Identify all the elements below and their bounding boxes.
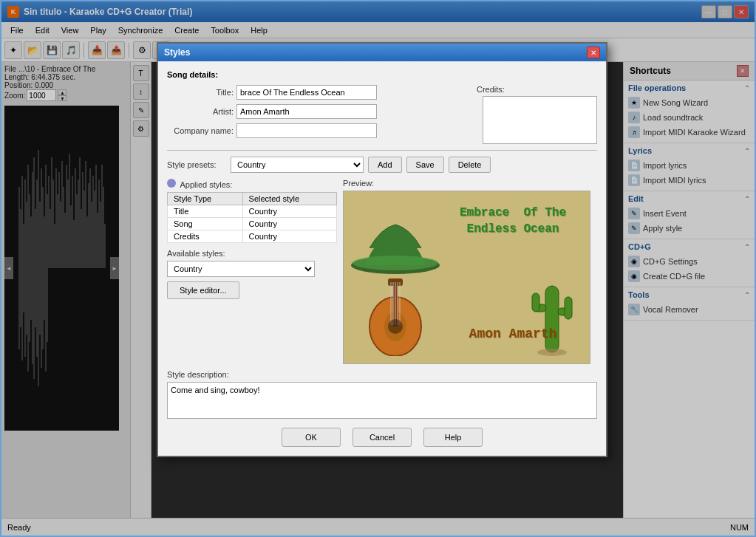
company-row: Company name: xyxy=(167,123,471,138)
table-row[interactable]: Credits Country xyxy=(168,230,337,243)
preview-title-text: Embrace Of TheEndless Ocean xyxy=(440,205,586,238)
artist-row: Artist: xyxy=(167,104,471,119)
save-preset-button[interactable]: Save xyxy=(406,157,444,173)
style-desc-text: Come and sing, cowboy! xyxy=(171,386,259,394)
credits-section: Credits: xyxy=(477,85,597,144)
cancel-button[interactable]: Cancel xyxy=(353,428,412,447)
styles-preview-row: Applied styles: Style Type Selected styl… xyxy=(167,179,597,364)
style-description-section: Style description: Come and sing, cowboy… xyxy=(167,370,597,419)
company-label: Company name: xyxy=(167,126,234,135)
style-type-song: Song xyxy=(168,218,243,230)
style-value-song: Country xyxy=(242,218,336,230)
styles-dialog: Styles ✕ Song details: Title: xyxy=(157,42,607,457)
title-row: Title: xyxy=(167,85,471,100)
title-label: Title: xyxy=(167,88,234,97)
svg-point-91 xyxy=(388,319,403,334)
svg-point-97 xyxy=(537,349,567,356)
applied-styles-table: Style Type Selected style Title Country xyxy=(167,192,337,243)
artist-label: Artist: xyxy=(167,107,234,116)
modal-title: Styles xyxy=(164,47,190,58)
style-type-title: Title xyxy=(168,205,243,218)
style-presets-select[interactable]: Country Pop Rock xyxy=(231,157,364,173)
table-row[interactable]: Song Country xyxy=(168,218,337,230)
style-presets-row: Style presets: Country Pop Rock Add Save… xyxy=(167,157,597,173)
song-details-label: Song details: xyxy=(167,70,597,79)
artist-input[interactable] xyxy=(236,104,377,119)
style-desc-label: Style description: xyxy=(167,370,597,379)
available-label: Available styles: xyxy=(167,249,337,258)
svg-rect-94 xyxy=(532,293,539,312)
company-input[interactable] xyxy=(236,123,377,138)
credits-label: Credits: xyxy=(477,85,597,94)
delete-preset-button[interactable]: Delete xyxy=(449,157,491,173)
style-editor-button[interactable]: Style editor... xyxy=(167,281,239,299)
table-row[interactable]: Title Country xyxy=(168,205,337,218)
modal-title-bar: Styles ✕ xyxy=(158,44,606,61)
svg-rect-92 xyxy=(545,286,559,352)
modal-overlay: Styles ✕ Song details: Title: xyxy=(1,1,755,536)
style-desc-box: Come and sing, cowboy! xyxy=(167,382,597,419)
title-input[interactable] xyxy=(236,85,377,100)
app-window: K Sin titulo - Karaoke CD+G Creator (Tri… xyxy=(0,0,756,537)
help-button[interactable]: Help xyxy=(423,428,483,447)
preview-image: Embrace Of TheEndless Ocean Amon Amarth xyxy=(343,191,590,364)
modal-body: Song details: Title: Artist: xyxy=(158,61,606,456)
style-value-credits: Country xyxy=(242,230,336,243)
preview-label: Preview: xyxy=(343,179,597,188)
dialog-buttons: OK Cancel Help xyxy=(167,428,597,447)
preview-artist-text: Amon Amarth xyxy=(440,326,586,341)
ok-button[interactable]: OK xyxy=(282,428,341,447)
separator-1 xyxy=(167,150,597,151)
applied-styles-label: Applied styles: xyxy=(167,179,337,189)
preview-guitar-svg xyxy=(358,267,447,356)
col-selected-style: Selected style xyxy=(242,193,336,205)
preview-section: Preview: xyxy=(343,179,597,364)
preview-hat-svg xyxy=(347,195,443,276)
col-style-type: Style Type xyxy=(168,193,243,205)
style-presets-label: Style presets: xyxy=(167,160,226,169)
style-value-title: Country xyxy=(242,205,336,218)
svg-rect-96 xyxy=(565,297,572,319)
available-styles-select[interactable]: Country Pop Rock xyxy=(167,261,315,277)
modal-close-button[interactable]: ✕ xyxy=(587,47,600,58)
add-preset-button[interactable]: Add xyxy=(368,157,402,173)
available-styles-section: Available styles: Country Pop Rock Style… xyxy=(167,249,337,299)
credits-textarea[interactable] xyxy=(483,96,597,144)
style-type-credits: Credits xyxy=(168,230,243,243)
applied-styles-section: Applied styles: Style Type Selected styl… xyxy=(167,179,337,364)
applied-styles-icon xyxy=(167,179,176,188)
preview-cactus-svg xyxy=(523,264,582,360)
